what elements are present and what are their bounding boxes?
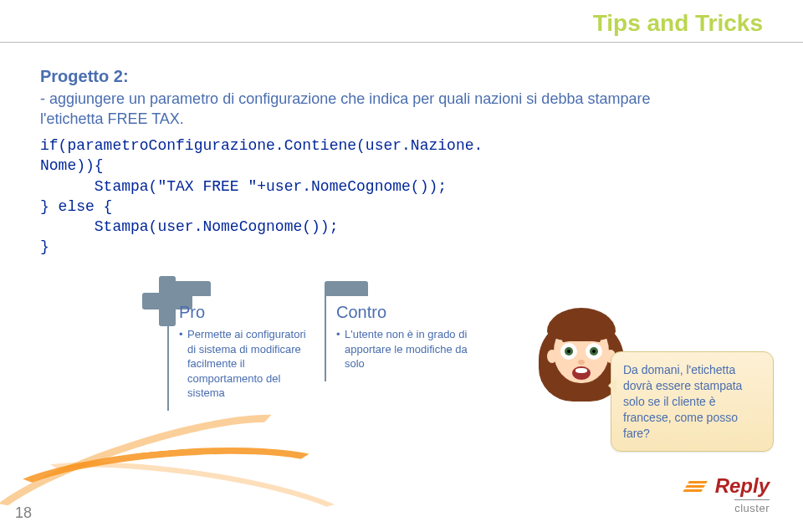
pro-item: Permette ai configuratori di sistema di …	[179, 327, 315, 401]
project-description: - aggiungere un parametro di configurazi…	[40, 89, 703, 130]
contro-item: L'utente non è in grado di apportare le …	[336, 327, 472, 371]
code-line: if(parametroConfigurazione.Contiene(user…	[40, 137, 483, 154]
tab-decor	[167, 281, 211, 296]
brand-name: Reply	[715, 474, 770, 498]
tab-decor	[325, 281, 368, 296]
runner-icon	[688, 476, 710, 493]
pro-heading: Pro	[179, 303, 315, 322]
code-line: } else {	[40, 198, 112, 215]
page-number: 18	[15, 504, 32, 522]
wave-decor	[0, 407, 318, 532]
page-title: Tips and Tricks	[593, 10, 763, 37]
code-line: Stampa(user.NomeCognome());	[40, 218, 338, 235]
brand-sub: cluster	[734, 499, 770, 514]
speech-bubble: Da domani, l'etichetta dovrà essere stam…	[611, 351, 774, 452]
code-line: }	[40, 238, 49, 255]
brand-logo: Reply cluster	[688, 474, 770, 515]
code-line: Stampa("TAX FREE "+user.NomeCognome());	[40, 178, 447, 195]
project-label: Progetto 2:	[40, 67, 129, 86]
code-block: if(parametroConfigurazione.Contiene(user…	[40, 136, 483, 258]
code-line: Nome)){	[40, 157, 104, 174]
pro-contro-block: Pro Permette ai configuratori di sistema…	[167, 281, 482, 411]
contro-column: Contro L'utente non è in grado di apport…	[325, 281, 482, 411]
divider	[0, 42, 803, 43]
speech-text: Da domani, l'etichetta dovrà essere stam…	[623, 363, 742, 440]
pro-column: Pro Permette ai configuratori di sistema…	[167, 281, 325, 411]
contro-heading: Contro	[336, 303, 472, 322]
